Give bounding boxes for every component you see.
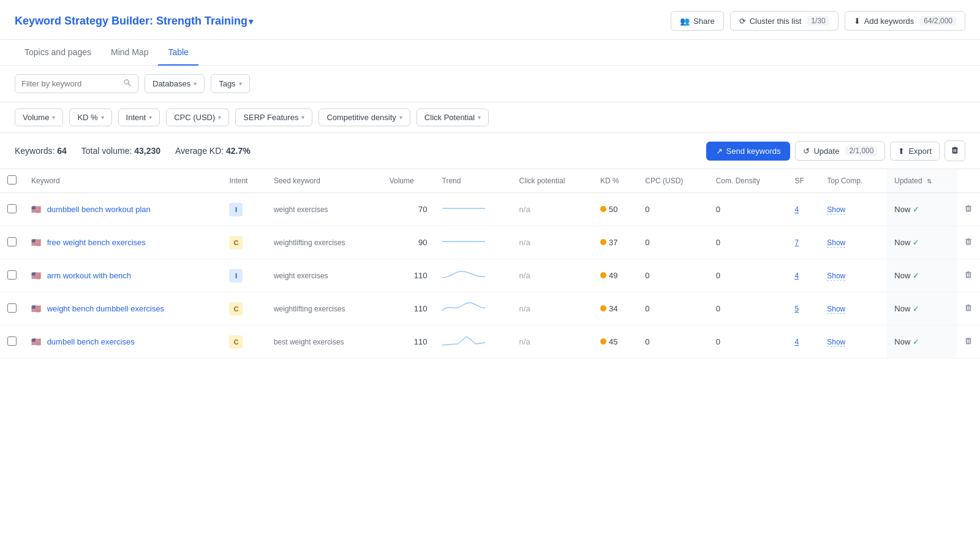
sf-link-3[interactable]: 4 [794,272,799,280]
serp-filter[interactable]: SERP Features ▾ [235,108,312,126]
sf-cell-5: 4 [787,325,820,359]
check-icon-4: ✓ [913,304,919,313]
keywords-stat: Keywords: 64 [15,146,67,156]
top-comp-link-1[interactable]: Show [827,205,845,215]
kd-filter[interactable]: KD % ▾ [69,108,111,126]
updated-value-4: Now [894,304,910,313]
tab-topics[interactable]: Topics and pages [15,40,101,66]
cluster-icon: ⟳ [739,17,746,26]
databases-filter[interactable]: Databases ▾ [145,74,205,93]
trend-cell-3 [435,259,512,292]
keyword-link-2[interactable]: free weight bench exercises [47,238,146,247]
sf-link-2[interactable]: 7 [794,238,799,247]
sf-link-5[interactable]: 4 [794,338,799,346]
volume-filter[interactable]: Volume ▾ [15,108,63,126]
search-input[interactable] [21,79,119,88]
flag-icon: 🇺🇸 [31,304,41,313]
click-potential-cell-5: n/a [512,325,593,359]
sf-cell-1: 4 [787,193,820,226]
delete-row-button-1[interactable] [964,205,973,215]
intent-badge-1: I [229,203,243,216]
click-potential-cell-1: n/a [512,193,593,226]
add-icon: ⬇ [854,17,861,26]
add-keywords-badge: 64/2,000 [920,16,956,26]
keyword-link-5[interactable]: dumbell bench exercises [47,337,135,346]
databases-chevron-icon: ▾ [194,80,197,87]
keyword-link-4[interactable]: weight bench dumbbell exercises [47,304,165,313]
click-potential-cell-3: n/a [512,259,593,292]
row-checkbox-2[interactable] [7,237,17,246]
nav-tabs: Topics and pages Mind Map Table [0,40,980,66]
share-icon: 👥 [680,17,690,26]
comp-density-chevron-icon: ▾ [399,114,402,121]
export-button[interactable]: ⬆ Export [890,142,940,161]
intent-filter[interactable]: Intent ▾ [118,108,160,126]
top-comp-link-5[interactable]: Show [827,338,845,347]
table-row: 🇺🇸 dumbbell bench workout plan I weight … [0,193,980,226]
top-comp-link-2[interactable]: Show [827,238,845,248]
update-button[interactable]: ↺ Update 2/1,000 [795,141,885,161]
header-actions: 👥 Share ⟳ Cluster this list 1/30 ⬇ Add k… [671,11,965,31]
kd-chevron-icon: ▾ [101,114,104,121]
kd-cell-2: 37 [593,226,638,259]
kd-label: Average KD: [175,146,224,156]
add-keywords-button[interactable]: ⬇ Add keywords 64/2,000 [845,11,965,31]
row-checkbox-3[interactable] [7,270,17,280]
top-comp-link-3[interactable]: Show [827,272,845,281]
title-link[interactable]: Strength Training [156,15,247,27]
flag-icon: 🇺🇸 [31,271,41,280]
databases-label: Databases [153,79,190,88]
trend-cell-4 [435,292,512,325]
share-button[interactable]: 👥 Share [671,11,724,31]
toolbar: Databases ▾ Tags ▾ [0,66,980,102]
sf-cell-2: 7 [787,226,820,259]
table-row: 🇺🇸 weight bench dumbbell exercises C wei… [0,292,980,325]
keyword-link-3[interactable]: arm workout with bench [47,271,131,280]
keywords-table-wrap: Keyword Intent Seed keyword Volume Trend… [0,169,980,359]
volume-cell-3: 110 [382,259,435,292]
delete-cell-2 [957,226,980,259]
cluster-button[interactable]: ⟳ Cluster this list 1/30 [730,11,839,31]
delete-row-button-5[interactable] [964,338,973,347]
tab-mindmap[interactable]: Mind Map [101,40,158,66]
kd-value: 42.7% [226,146,251,156]
delete-cell-4 [957,292,980,325]
col-top-comp: Top Comp. [820,169,887,193]
send-label: Send keywords [726,147,781,156]
top-comp-cell-1: Show [820,193,887,226]
cpc-chevron-icon: ▾ [218,114,221,121]
delete-row-button-2[interactable] [964,238,973,248]
click-potential-filter[interactable]: Click Potential ▾ [417,108,489,126]
sf-cell-4: 5 [787,292,820,325]
col-updated[interactable]: Updated ⇅ [887,169,957,193]
title-chevron-icon[interactable]: ▾ [249,17,253,26]
delete-cell-3 [957,259,980,292]
volume-cell-5: 110 [382,325,435,359]
top-comp-link-4[interactable]: Show [827,305,845,314]
row-checkbox-1[interactable] [7,204,17,213]
send-keywords-button[interactable]: ↗ Send keywords [706,142,791,161]
intent-cell-3: I [222,259,266,292]
kd-stat: Average KD: 42.7% [175,146,251,156]
comp-density-filter[interactable]: Competitive density ▾ [318,108,410,126]
row-checkbox-4[interactable] [7,303,17,313]
delete-all-button[interactable] [944,140,965,161]
updated-value-1: Now [894,205,910,214]
header-title: Keyword Strategy Builder: Strength Train… [15,15,253,28]
tab-table[interactable]: Table [158,40,198,66]
row-checkbox-5[interactable] [7,337,17,346]
kd-dot-5 [600,338,606,344]
cpc-filter[interactable]: CPC (USD) ▾ [166,108,229,126]
export-icon: ⬆ [898,147,905,156]
update-badge: 2/1,000 [845,146,877,156]
delete-row-button-3[interactable] [964,272,973,281]
sf-link-1[interactable]: 4 [794,205,799,214]
click-potential-cell-4: n/a [512,292,593,325]
tags-filter[interactable]: Tags ▾ [211,74,249,93]
keywords-count: 64 [57,146,67,156]
select-all-checkbox[interactable] [7,175,17,185]
sf-link-4[interactable]: 5 [794,305,799,313]
volume-label: Total volume: [81,146,132,156]
keyword-link-1[interactable]: dumbbell bench workout plan [47,205,151,214]
delete-row-button-4[interactable] [964,305,973,314]
